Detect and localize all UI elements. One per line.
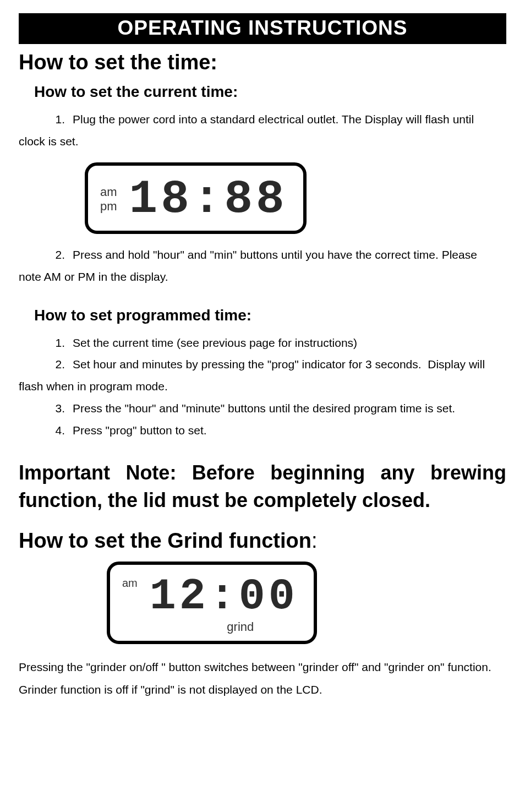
how-to-set-time-heading: How to set the time:: [19, 51, 506, 74]
step-text: Press the "hour" and "minute" buttons un…: [73, 402, 455, 415]
step-text: Press and hold "hour" and "min" buttons …: [73, 248, 477, 261]
grind-heading-colon: :: [311, 529, 318, 552]
am-label: am: [100, 186, 117, 199]
step-number: 1.: [51, 332, 65, 354]
operating-instructions-banner: OPERATING INSTRUCTIONS: [19, 13, 506, 44]
step-text: Plug the power cord into a standard elec…: [73, 113, 474, 126]
ampm-indicator: am pm: [100, 186, 117, 213]
lcd-display-2-wrap: am 12:00 grind: [107, 562, 506, 644]
step-text-wrap: clock is set.: [19, 130, 506, 152]
programmed-time-step-3: 3.Press the "hour" and "minute" buttons …: [19, 397, 506, 419]
step-number: 2.: [51, 244, 65, 266]
programmed-time-step-4: 4.Press "prog" button to set.: [19, 419, 506, 442]
lcd-display-2: am 12:00 grind: [107, 562, 317, 644]
lcd-digits: 12:00: [150, 575, 298, 619]
step-text: Set the current time (see previous page …: [73, 336, 357, 349]
current-time-step-2: 2.Press and hold "hour" and "min" button…: [19, 244, 506, 266]
how-to-set-programmed-time-heading: How to set programmed time:: [34, 307, 506, 324]
pm-label: pm: [100, 200, 117, 213]
step-number: 4.: [51, 419, 65, 442]
step-text: Set hour and minutes by pressing the "pr…: [73, 358, 485, 370]
lcd-display-1: am pm 18:88: [85, 162, 307, 234]
grind-heading-text: How to set the Grind function: [19, 529, 311, 552]
step-number: 1.: [51, 108, 65, 130]
step-text: Press "prog" button to set.: [73, 424, 207, 437]
step-text-wrap: flash when in program mode.: [19, 375, 506, 397]
grind-label: grind: [183, 621, 298, 633]
current-time-step-1: 1.Plug the power cord into a standard el…: [19, 108, 506, 130]
important-note: Important Note: Before beginning any bre…: [19, 459, 506, 515]
step-text-wrap: note AM or PM in the display.: [19, 266, 506, 288]
lcd-digits: 18:88: [129, 176, 288, 223]
programmed-time-step-2: 2.Set hour and minutes by pressing the "…: [19, 353, 506, 375]
grind-function-description: Pressing the "grinder on/off " button sw…: [19, 656, 506, 701]
step-number: 3.: [51, 397, 65, 419]
how-to-set-current-time-heading: How to set the current time:: [34, 83, 506, 101]
programmed-time-step-1: 1.Set the current time (see previous pag…: [19, 332, 506, 354]
lcd-display-1-wrap: am pm 18:88: [85, 162, 506, 234]
how-to-set-grind-heading: How to set the Grind function:: [19, 529, 506, 553]
step-number: 2.: [51, 353, 65, 375]
am-label: am: [122, 577, 138, 589]
